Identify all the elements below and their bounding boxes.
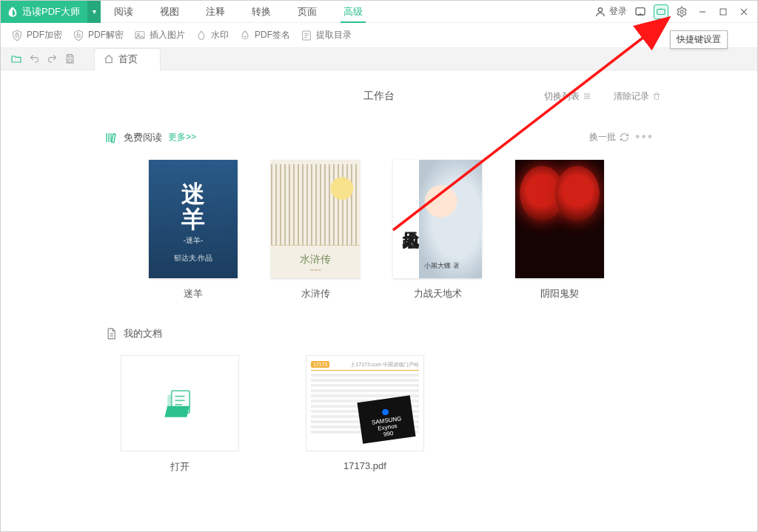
home-icon [104,54,114,64]
svg-rect-17 [68,59,72,62]
doc-title: 打开 [170,460,190,474]
book-title: 力战天地术 [414,287,462,300]
extract-toc-icon [301,30,312,41]
book-item[interactable]: 迷 羊 -迷羊- 郁达夫.作品 迷羊 [149,160,238,300]
menu-tab-view[interactable]: 视图 [147,1,192,23]
tab-home-label: 首页 [118,53,138,66]
ribbon-encrypt[interactable]: PDF加密 [11,29,62,41]
undo-button[interactable] [26,51,42,67]
book-cover: 水浒传 ~~~ [271,160,360,278]
settings-icon[interactable] [674,4,689,19]
workspace-title: 工作台 [363,90,395,103]
shuffle-label: 换一批 [589,131,616,144]
recent-doc-card[interactable]: 17173 上17173.com 中国游戏门户站 SAMSUNG Exynos … [306,355,424,474]
book-item[interactable]: 阴阳鬼契 阴阳鬼契 [515,160,604,300]
login-button[interactable]: 登录 [594,5,627,18]
svg-rect-9 [77,34,80,36]
shield-unlock-icon [73,30,84,41]
menu-tab-page[interactable]: 页面 [284,1,330,23]
ribbon-extract-toc-label: 提取目录 [316,29,352,41]
book-title: 迷羊 [184,287,203,300]
section-free-reading: 免费阅读 更多>> 换一批 ••• [1,129,757,145]
open-file-icon [158,381,202,425]
book-item[interactable]: 水浒传 ~~~ 水浒传 [271,160,360,300]
list-icon [583,92,591,101]
ribbon-decrypt[interactable]: PDF解密 [73,29,124,41]
book-cover: 迷 羊 -迷羊- 郁达夫.作品 [149,160,238,278]
menu-tab-annotate[interactable]: 注释 [192,1,238,23]
ribbon-watermark[interactable]: 水印 [195,29,229,41]
ribbon-decrypt-label: PDF解密 [88,29,124,41]
section-my-docs-title: 我的文档 [124,327,162,340]
maximize-button[interactable] [716,4,731,19]
shortcut-settings-button[interactable] [654,4,668,19]
user-icon [594,6,606,18]
svg-rect-8 [16,34,19,36]
switch-list-label: 切换列表 [544,90,580,103]
more-link[interactable]: 更多>> [168,131,196,144]
section-my-docs: 我的文档 [1,327,757,340]
ribbon-watermark-label: 水印 [211,29,229,41]
droplet-icon [195,30,207,41]
minimize-button[interactable] [695,4,710,19]
image-insert-icon [134,30,146,41]
svg-point-3 [680,10,683,13]
doc-thumb: 17173 上17173.com 中国游戏门户站 SAMSUNG Exynos … [306,355,424,451]
svg-rect-2 [657,9,665,14]
trash-icon [652,92,661,101]
menu-tab-read[interactable]: 阅读 [101,1,147,23]
book-title: 水浒传 [301,287,330,300]
ribbon-encrypt-label: PDF加密 [27,29,62,41]
quick-access-row: 首页 [1,48,757,70]
ribbon-insert-image-label: 插入图片 [150,29,185,41]
redo-button[interactable] [44,51,60,67]
open-folder-button[interactable] [8,51,24,67]
leaf-icon [7,6,19,18]
open-file-thumb [121,355,239,451]
signature-icon [239,30,251,41]
feedback-icon[interactable] [633,4,648,19]
ribbon-signature-label: PDF签名 [255,29,290,41]
shortcut-tooltip: 快捷键设置 [670,30,728,49]
clear-history-button[interactable]: 清除记录 [614,90,661,103]
ribbon-insert-image[interactable]: 插入图片 [134,29,185,41]
book-cover: 阴阳鬼契 [515,160,604,278]
login-label: 登录 [609,5,627,18]
document-icon [104,327,118,340]
book-item[interactable]: 力战天地术 小黑大蝶 著 力战天地术 [393,160,482,300]
title-bar: 迅读PDF大师 ▾ 阅读 视图 注释 转换 页面 高级 登录 [1,1,757,23]
save-button[interactable] [61,51,78,67]
doc-row: 打开 17173 上17173.com 中国游戏门户站 SAMSUNG Exyn… [1,340,757,474]
svg-rect-5 [720,9,726,15]
open-file-card[interactable]: 打开 [121,355,239,474]
shield-lock-icon [11,30,23,41]
book-row: 迷 羊 -迷羊- 郁达夫.作品 迷羊 水浒传 ~~~ 水浒传 力战天地术 小黑大… [1,145,757,300]
clear-history-label: 清除记录 [614,90,649,103]
refresh-icon [620,132,629,142]
book-cover: 力战天地术 小黑大蝶 著 [393,160,482,278]
svg-point-0 [598,7,602,11]
svg-rect-16 [68,55,72,57]
ribbon-toolbar: PDF加密 PDF解密 插入图片 水印 PDF签名 提取目录 [1,23,757,48]
workspace-header: 工作台 切换列表 清除记录 [1,70,757,122]
more-options-button[interactable]: ••• [635,129,654,145]
menu-tab-advanced[interactable]: 高级 [330,1,376,23]
content-area: 工作台 切换列表 清除记录 免费阅读 更多>> 换一批 ••• 迷 羊 -迷 [1,70,757,531]
menu-tabs: 阅读 视图 注释 转换 页面 高级 [101,1,376,23]
title-actions: 登录 [594,4,757,19]
ribbon-signature[interactable]: PDF签名 [239,29,290,41]
menu-tab-convert[interactable]: 转换 [238,1,284,23]
book-title: 阴阳鬼契 [540,287,579,300]
books-icon [104,131,118,144]
app-menu-caret[interactable]: ▾ [87,1,101,23]
section-free-reading-title: 免费阅读 [124,131,162,144]
app-name: 迅读PDF大师 [22,5,80,18]
switch-list-button[interactable]: 切换列表 [544,90,591,103]
doc-title: 17173.pdf [343,460,386,471]
close-button[interactable] [737,4,751,19]
app-brand: 迅读PDF大师 [1,1,87,23]
tab-home[interactable]: 首页 [94,48,161,70]
shuffle-button[interactable]: 换一批 [589,131,629,144]
ribbon-extract-toc[interactable]: 提取目录 [301,29,352,41]
